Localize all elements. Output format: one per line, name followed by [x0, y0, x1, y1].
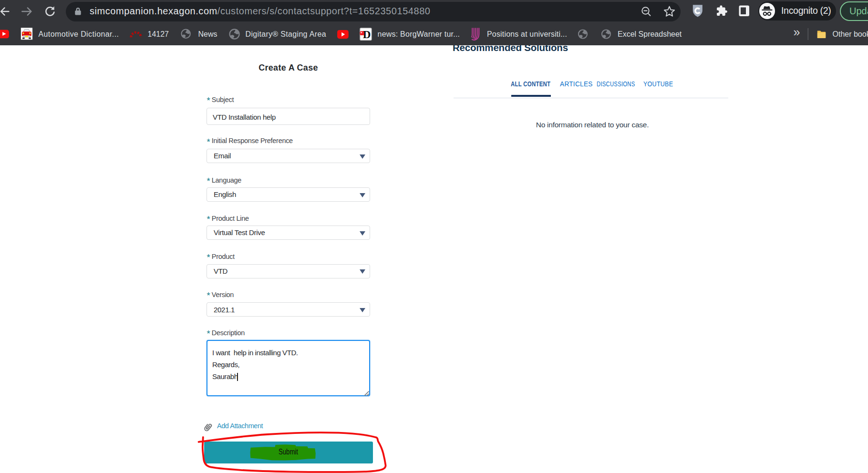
svg-text:D: D: [363, 29, 371, 41]
